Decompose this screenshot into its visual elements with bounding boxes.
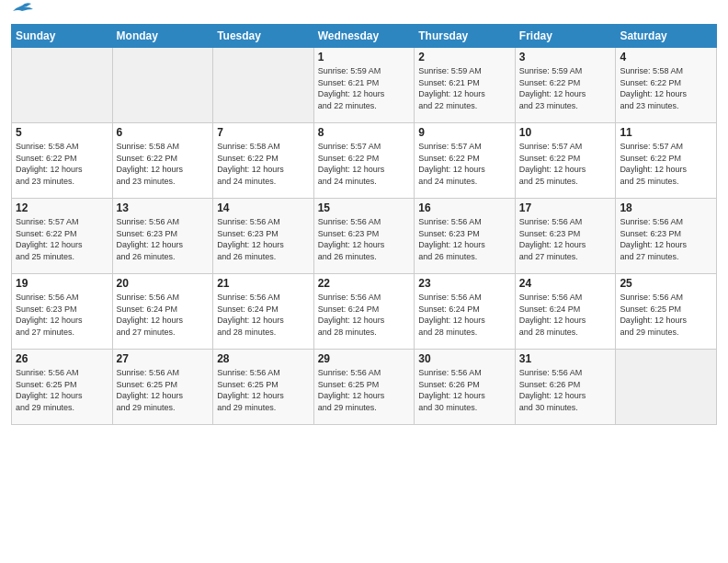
day-number: 17 [519, 201, 612, 214]
day-info: Sunrise: 5:58 AM Sunset: 6:22 PM Dayligh… [16, 141, 108, 187]
weekday-header-friday: Friday [515, 25, 616, 48]
calendar-week-row: 5Sunrise: 5:58 AM Sunset: 6:22 PM Daylig… [12, 123, 717, 199]
day-number: 15 [318, 201, 411, 214]
calendar-cell: 4Sunrise: 5:58 AM Sunset: 6:22 PM Daylig… [616, 48, 717, 123]
calendar-cell: 13Sunrise: 5:56 AM Sunset: 6:23 PM Dayli… [112, 199, 213, 274]
weekday-header-sunday: Sunday [12, 25, 113, 48]
calendar-cell: 12Sunrise: 5:57 AM Sunset: 6:22 PM Dayli… [12, 199, 113, 274]
day-number: 3 [519, 51, 612, 63]
day-number: 22 [318, 277, 411, 290]
calendar-body: 1Sunrise: 5:59 AM Sunset: 6:21 PM Daylig… [12, 48, 717, 425]
calendar-cell: 7Sunrise: 5:58 AM Sunset: 6:22 PM Daylig… [213, 123, 314, 199]
calendar-cell [213, 48, 314, 123]
day-info: Sunrise: 5:56 AM Sunset: 6:25 PM Dayligh… [318, 367, 411, 413]
calendar-cell: 25Sunrise: 5:56 AM Sunset: 6:25 PM Dayli… [616, 274, 717, 350]
day-number: 27 [117, 352, 210, 365]
day-info: Sunrise: 5:56 AM Sunset: 6:24 PM Dayligh… [318, 292, 411, 338]
day-number: 9 [418, 126, 511, 139]
day-number: 7 [217, 126, 310, 139]
day-number: 31 [519, 352, 612, 365]
day-info: Sunrise: 5:56 AM Sunset: 6:25 PM Dayligh… [117, 367, 210, 413]
calendar-cell: 11Sunrise: 5:57 AM Sunset: 6:22 PM Dayli… [616, 123, 717, 199]
calendar-header: SundayMondayTuesdayWednesdayThursdayFrid… [12, 25, 717, 48]
day-number: 5 [16, 126, 108, 139]
calendar-cell [616, 350, 717, 425]
calendar-cell: 19Sunrise: 5:56 AM Sunset: 6:23 PM Dayli… [12, 274, 113, 350]
day-info: Sunrise: 5:56 AM Sunset: 6:23 PM Dayligh… [620, 216, 712, 262]
day-number: 11 [620, 126, 712, 139]
day-info: Sunrise: 5:56 AM Sunset: 6:23 PM Dayligh… [16, 292, 108, 338]
calendar-week-row: 12Sunrise: 5:57 AM Sunset: 6:22 PM Dayli… [12, 199, 717, 274]
weekday-header-tuesday: Tuesday [213, 25, 314, 48]
calendar-cell: 28Sunrise: 5:56 AM Sunset: 6:25 PM Dayli… [213, 350, 314, 425]
calendar-cell: 21Sunrise: 5:56 AM Sunset: 6:24 PM Dayli… [213, 274, 314, 350]
day-number: 23 [418, 277, 511, 290]
day-info: Sunrise: 5:56 AM Sunset: 6:26 PM Dayligh… [519, 367, 612, 413]
day-info: Sunrise: 5:56 AM Sunset: 6:24 PM Dayligh… [217, 292, 310, 338]
day-number: 18 [620, 201, 712, 214]
day-number: 2 [418, 51, 511, 63]
calendar-cell: 22Sunrise: 5:56 AM Sunset: 6:24 PM Dayli… [313, 274, 415, 350]
day-number: 28 [217, 352, 310, 365]
day-info: Sunrise: 5:56 AM Sunset: 6:23 PM Dayligh… [217, 216, 310, 262]
weekday-header-monday: Monday [112, 25, 213, 48]
day-info: Sunrise: 5:56 AM Sunset: 6:23 PM Dayligh… [519, 216, 612, 262]
day-number: 14 [217, 201, 310, 214]
day-number: 16 [418, 201, 511, 214]
calendar-week-row: 26Sunrise: 5:56 AM Sunset: 6:25 PM Dayli… [12, 350, 717, 425]
day-number: 29 [318, 352, 411, 365]
day-info: Sunrise: 5:57 AM Sunset: 6:22 PM Dayligh… [519, 141, 612, 187]
day-info: Sunrise: 5:56 AM Sunset: 6:24 PM Dayligh… [117, 292, 210, 338]
day-info: Sunrise: 5:56 AM Sunset: 6:24 PM Dayligh… [418, 292, 511, 338]
calendar-cell: 26Sunrise: 5:56 AM Sunset: 6:25 PM Dayli… [12, 350, 113, 425]
day-info: Sunrise: 5:57 AM Sunset: 6:22 PM Dayligh… [418, 141, 511, 187]
day-info: Sunrise: 5:58 AM Sunset: 6:22 PM Dayligh… [620, 65, 712, 111]
day-info: Sunrise: 5:56 AM Sunset: 6:23 PM Dayligh… [318, 216, 411, 262]
calendar-cell: 18Sunrise: 5:56 AM Sunset: 6:23 PM Dayli… [616, 199, 717, 274]
day-number: 4 [620, 51, 712, 63]
day-info: Sunrise: 5:59 AM Sunset: 6:22 PM Dayligh… [519, 65, 612, 111]
calendar-cell: 23Sunrise: 5:56 AM Sunset: 6:24 PM Dayli… [415, 274, 516, 350]
logo [11, 9, 33, 17]
day-number: 20 [117, 277, 210, 290]
calendar-table: SundayMondayTuesdayWednesdayThursdayFrid… [11, 24, 717, 425]
day-number: 13 [117, 201, 210, 214]
day-info: Sunrise: 5:56 AM Sunset: 6:23 PM Dayligh… [418, 216, 511, 262]
day-number: 24 [519, 277, 612, 290]
calendar-cell: 17Sunrise: 5:56 AM Sunset: 6:23 PM Dayli… [515, 199, 616, 274]
day-number: 8 [318, 126, 411, 139]
calendar-cell [12, 48, 113, 123]
day-info: Sunrise: 5:57 AM Sunset: 6:22 PM Dayligh… [620, 141, 712, 187]
calendar-cell: 10Sunrise: 5:57 AM Sunset: 6:22 PM Dayli… [515, 123, 616, 199]
calendar-cell: 9Sunrise: 5:57 AM Sunset: 6:22 PM Daylig… [415, 123, 516, 199]
calendar-cell: 14Sunrise: 5:56 AM Sunset: 6:23 PM Dayli… [213, 199, 314, 274]
day-info: Sunrise: 5:56 AM Sunset: 6:24 PM Dayligh… [519, 292, 612, 338]
day-number: 30 [418, 352, 511, 365]
calendar-cell: 1Sunrise: 5:59 AM Sunset: 6:21 PM Daylig… [313, 48, 415, 123]
day-info: Sunrise: 5:59 AM Sunset: 6:21 PM Dayligh… [418, 65, 511, 111]
day-info: Sunrise: 5:59 AM Sunset: 6:21 PM Dayligh… [318, 65, 411, 111]
day-info: Sunrise: 5:58 AM Sunset: 6:22 PM Dayligh… [117, 141, 210, 187]
logo-bird-icon [13, 2, 33, 17]
calendar-cell: 16Sunrise: 5:56 AM Sunset: 6:23 PM Dayli… [415, 199, 516, 274]
day-info: Sunrise: 5:56 AM Sunset: 6:25 PM Dayligh… [217, 367, 310, 413]
calendar-cell: 6Sunrise: 5:58 AM Sunset: 6:22 PM Daylig… [112, 123, 213, 199]
day-info: Sunrise: 5:57 AM Sunset: 6:22 PM Dayligh… [16, 216, 108, 262]
calendar-cell: 31Sunrise: 5:56 AM Sunset: 6:26 PM Dayli… [515, 350, 616, 425]
weekday-header-saturday: Saturday [616, 25, 717, 48]
day-info: Sunrise: 5:58 AM Sunset: 6:22 PM Dayligh… [217, 141, 310, 187]
weekday-header-wednesday: Wednesday [313, 25, 415, 48]
day-number: 21 [217, 277, 310, 290]
calendar-cell: 30Sunrise: 5:56 AM Sunset: 6:26 PM Dayli… [415, 350, 516, 425]
calendar-cell: 27Sunrise: 5:56 AM Sunset: 6:25 PM Dayli… [112, 350, 213, 425]
page-header [11, 9, 717, 17]
weekday-header-row: SundayMondayTuesdayWednesdayThursdayFrid… [12, 25, 717, 48]
calendar-cell [112, 48, 213, 123]
day-number: 10 [519, 126, 612, 139]
day-number: 25 [620, 277, 712, 290]
day-number: 12 [16, 201, 108, 214]
calendar-week-row: 1Sunrise: 5:59 AM Sunset: 6:21 PM Daylig… [12, 48, 717, 123]
day-number: 6 [117, 126, 210, 139]
day-info: Sunrise: 5:56 AM Sunset: 6:25 PM Dayligh… [620, 292, 712, 338]
day-info: Sunrise: 5:56 AM Sunset: 6:26 PM Dayligh… [418, 367, 511, 413]
